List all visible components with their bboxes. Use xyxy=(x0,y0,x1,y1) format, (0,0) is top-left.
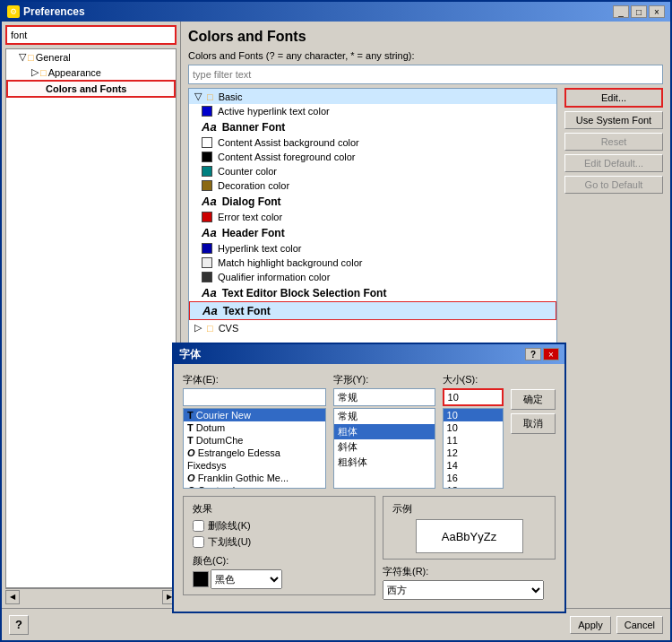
charset-select[interactable]: 西方 xyxy=(383,580,544,600)
font-input[interactable] xyxy=(183,388,326,406)
list-item-label: CVS xyxy=(219,323,239,334)
list-item-content-assist-fg[interactable]: Content Assist foreground color xyxy=(189,150,556,164)
cancel-button[interactable]: Cancel xyxy=(616,616,663,634)
edit-button[interactable]: Edit... xyxy=(564,88,663,108)
color-swatch xyxy=(202,272,212,282)
size-list-item-label: 14 xyxy=(447,460,458,471)
style-list-item-label: 粗斜体 xyxy=(338,456,367,467)
list-item-content-assist-bg[interactable]: Content Assist background color xyxy=(189,135,556,150)
size-list-item-label: 10 xyxy=(447,422,458,433)
font-list-item-franklin[interactable]: O Franklin Gothic Me... xyxy=(184,472,325,484)
title-bar: ⚙ Preferences _ □ × xyxy=(2,2,670,22)
color-swatch xyxy=(202,257,212,268)
font-list-item-dotum[interactable]: T Dotum xyxy=(184,421,325,434)
color-label: 颜色(C): xyxy=(193,554,366,568)
font-type-icon: T xyxy=(187,410,194,421)
filter-input[interactable] xyxy=(188,65,663,84)
size-list-item-10a[interactable]: 10 xyxy=(444,409,503,421)
folder-icon: □ xyxy=(207,91,213,102)
list-item-label: Hyperlink text color xyxy=(218,243,302,254)
use-system-font-button[interactable]: Use System Font xyxy=(564,111,663,129)
list-item-header-font[interactable]: Aa Header Font xyxy=(189,224,556,241)
font-list-item-label: Estrangelo Edessa xyxy=(198,447,280,458)
font-list-item-dotumche[interactable]: T DotumChe xyxy=(184,434,325,447)
reset-button[interactable]: Reset xyxy=(564,133,663,151)
size-input[interactable] xyxy=(443,388,504,406)
list-item-label: Basic xyxy=(219,91,243,102)
style-list-item-regular[interactable]: 常规 xyxy=(334,409,435,424)
panel-subtitle: Colors and Fonts (? = any character, * =… xyxy=(188,50,663,61)
underline-checkbox[interactable] xyxy=(193,536,204,548)
style-list-item-bold-italic[interactable]: 粗斜体 xyxy=(334,455,435,470)
size-list-item-label: 18 xyxy=(447,485,458,489)
size-list-item-11[interactable]: 11 xyxy=(444,434,503,447)
search-input[interactable] xyxy=(5,25,177,45)
size-list-item-12[interactable]: 12 xyxy=(444,447,503,459)
font-column: 字体(E): T Courier New T Dotum T xyxy=(183,373,326,489)
font-list-item-courier[interactable]: T Courier New xyxy=(184,409,325,421)
sidebar-item-label: Appearance xyxy=(48,67,101,78)
list-item-cvs[interactable]: ▷ □ CVS xyxy=(189,320,556,335)
maximize-button[interactable]: □ xyxy=(631,5,647,18)
color-swatch xyxy=(202,243,212,254)
list-item-match-highlight[interactable]: Match highlight background color xyxy=(189,256,556,270)
font-list-item-estrangelo[interactable]: O Estrangelo Edessa xyxy=(184,447,325,459)
app-icon: ⚙ xyxy=(7,5,20,18)
sidebar-item-general[interactable]: ▽ □ General xyxy=(6,49,176,65)
dialog-ok-button[interactable]: 确定 xyxy=(511,389,556,410)
list-item-text-editor-block-font[interactable]: Aa Text Editor Block Selection Font xyxy=(189,284,556,301)
style-list-item-label: 粗体 xyxy=(338,426,358,437)
list-item-decoration-color[interactable]: Decoration color xyxy=(189,178,556,193)
list-item-label: Decoration color xyxy=(218,180,289,191)
list-item-counter-color[interactable]: Counter color xyxy=(189,164,556,178)
list-item-label: Content Assist foreground color xyxy=(218,152,355,162)
strikethrough-checkbox[interactable] xyxy=(193,520,204,532)
scroll-left-button[interactable]: ◀ xyxy=(5,590,20,604)
minimize-button[interactable]: _ xyxy=(613,5,629,18)
list-item-qualifier-info[interactable]: Qualifier information color xyxy=(189,270,556,284)
expand-icon: ▽ xyxy=(19,51,26,63)
dialog-cancel-button[interactable]: 取消 xyxy=(511,413,556,434)
font-icon: Aa xyxy=(202,286,217,299)
style-input[interactable] xyxy=(333,388,435,406)
list-item-error-color[interactable]: Error text color xyxy=(189,210,556,224)
close-button[interactable]: × xyxy=(649,5,665,18)
list-item-banner-font[interactable]: Aa Banner Font xyxy=(189,118,556,135)
folder-icon: □ xyxy=(40,67,47,78)
dialog-title-buttons: ? × xyxy=(525,348,559,360)
list-item-label: Text Editor Block Selection Font xyxy=(222,287,387,299)
list-item-active-hyperlink[interactable]: Active hyperlink text color xyxy=(189,104,556,118)
sidebar-item-appearance[interactable]: ▷ □ Appearance xyxy=(6,65,176,80)
underline-row: 下划线(U) xyxy=(193,535,366,549)
help-button[interactable]: ? xyxy=(9,615,29,635)
list-item-text-font[interactable]: Aa Text Font xyxy=(189,301,556,320)
effects-label: 效果 xyxy=(193,502,366,516)
dialog-title-bar: 字体 ? × xyxy=(174,344,564,364)
go-to-default-button[interactable]: Go to Default xyxy=(564,176,663,194)
list-item-hyperlink-color[interactable]: Hyperlink text color xyxy=(189,241,556,256)
list-item-label: Active hyperlink text color xyxy=(218,106,330,117)
font-list-item-fixedsys[interactable]: Fixedsys xyxy=(184,459,325,472)
list-item-dialog-font[interactable]: Aa Dialog Font xyxy=(189,193,556,210)
size-list-item-16[interactable]: 16 xyxy=(444,472,503,484)
sidebar-item-colors-fonts[interactable]: Colors and Fonts xyxy=(6,80,176,98)
apply-button[interactable]: Apply xyxy=(570,616,611,634)
style-list-item-italic[interactable]: 斜体 xyxy=(334,439,435,455)
size-list-item-18[interactable]: 18 xyxy=(444,484,503,489)
color-select[interactable]: 黑色 xyxy=(211,569,282,589)
list-item-basic[interactable]: ▽ □ Basic xyxy=(189,89,556,104)
style-list-item-bold[interactable]: 粗体 xyxy=(334,424,435,439)
color-select-wrapper: 黑色 xyxy=(193,569,366,589)
dialog-close-button[interactable]: × xyxy=(543,348,559,360)
size-list-item-14[interactable]: 14 xyxy=(444,459,503,472)
font-icon: Aa xyxy=(202,304,218,317)
font-list-item-label: DotumChe xyxy=(196,435,244,446)
dialog-help-button[interactable]: ? xyxy=(525,348,541,360)
example-section: 示例 AaBbYyZz xyxy=(383,496,556,560)
font-list-item-gautami[interactable]: O Gautami xyxy=(184,484,325,489)
size-list-item-10b[interactable]: 10 xyxy=(444,421,503,434)
list-item-label: Qualifier information color xyxy=(218,272,330,282)
edit-default-button[interactable]: Edit Default... xyxy=(564,154,663,172)
font-label: 字体(E): xyxy=(183,373,326,386)
font-list-item-label: Franklin Gothic Me... xyxy=(198,473,289,483)
